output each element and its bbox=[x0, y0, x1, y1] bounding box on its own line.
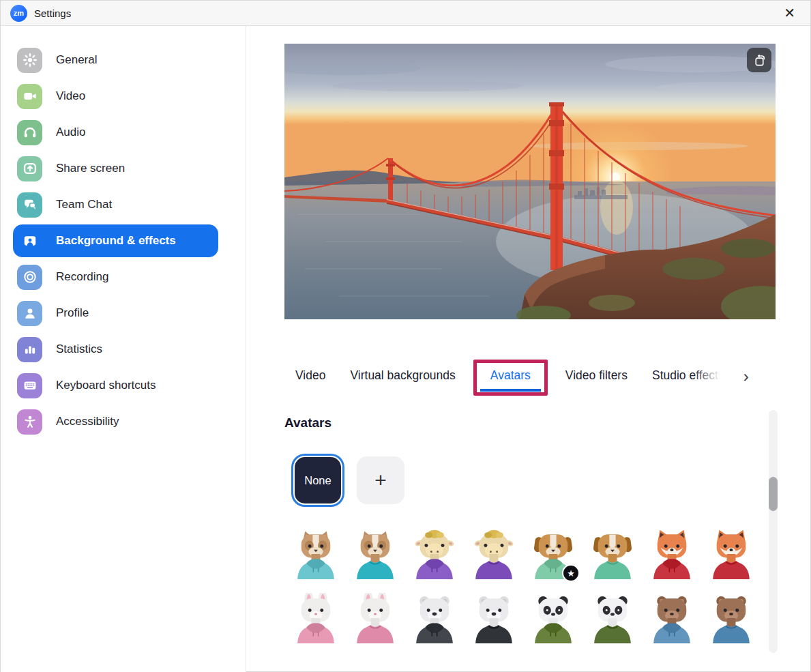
sidebar-item-label: General bbox=[56, 53, 97, 67]
avatar-rabbit-hoodie[interactable] bbox=[291, 593, 341, 647]
avatar-polarbear-hoodie[interactable] bbox=[409, 593, 460, 647]
scrollbar-thumb[interactable] bbox=[769, 477, 778, 511]
sidebar-item-background-effects[interactable]: Background & effects bbox=[13, 224, 218, 257]
sidebar-item-video[interactable]: Video bbox=[13, 80, 218, 113]
close-icon[interactable]: ✕ bbox=[778, 5, 801, 21]
preview-image bbox=[284, 44, 776, 319]
avatar-cow-hoodie[interactable] bbox=[409, 529, 460, 583]
titlebar: zm Settings ✕ bbox=[1, 1, 810, 26]
avatars-heading: Avatars bbox=[284, 415, 810, 430]
tabs-overflow-chevron-icon[interactable]: › bbox=[743, 368, 749, 392]
tab-avatars[interactable]: Avatars bbox=[480, 368, 541, 392]
tab-video[interactable]: Video bbox=[295, 368, 325, 392]
avatar-figure bbox=[350, 593, 400, 643]
avatar-beagle-tshirt[interactable] bbox=[587, 529, 638, 583]
accessibility-icon bbox=[17, 409, 42, 435]
sidebar-item-label: Share screen bbox=[56, 162, 125, 175]
avatar-panda-hoodie[interactable] bbox=[528, 593, 578, 647]
avatar-panda-tshirt[interactable] bbox=[587, 593, 638, 647]
scrollbar-track[interactable] bbox=[769, 410, 778, 653]
sidebar-item-team-chat[interactable]: Team Chat bbox=[13, 188, 218, 221]
chat-icon bbox=[17, 192, 42, 218]
avatar-rabbit-tshirt[interactable] bbox=[350, 593, 400, 647]
annotation-box bbox=[473, 360, 548, 396]
avatar-figure bbox=[587, 529, 638, 579]
sidebar-item-label: Recording bbox=[56, 270, 109, 284]
zoom-logo-text: zm bbox=[14, 9, 24, 17]
avatar-figure bbox=[291, 593, 341, 643]
avatar-corgi-hoodie[interactable] bbox=[291, 529, 341, 583]
sidebar-item-label: Background & effects bbox=[56, 234, 176, 248]
avatar-bear-tshirt[interactable] bbox=[706, 593, 756, 647]
avatar-cow-tshirt[interactable] bbox=[469, 529, 519, 583]
sidebar-item-recording[interactable]: Recording bbox=[13, 261, 218, 293]
avatar-figure bbox=[291, 529, 341, 579]
gear-icon bbox=[17, 48, 42, 73]
avatar-figure bbox=[647, 593, 697, 643]
settings-window: zm Settings ✕ GeneralVideoAudioShare scr… bbox=[0, 0, 811, 672]
avatar-none-button[interactable]: None bbox=[295, 457, 341, 503]
avatar-figure bbox=[409, 529, 460, 579]
avatar-figure bbox=[409, 593, 460, 643]
avatar-figure bbox=[469, 529, 519, 579]
avatar-figure bbox=[706, 529, 756, 579]
record-icon bbox=[17, 265, 42, 290]
tab-virtual-backgrounds[interactable]: Virtual backgrounds bbox=[350, 368, 455, 392]
avatar-choices: None + bbox=[291, 454, 810, 507]
add-avatar-button[interactable]: + bbox=[357, 456, 404, 504]
avatar-figure bbox=[469, 593, 519, 643]
sidebar-item-accessibility[interactable]: Accessibility bbox=[13, 405, 218, 438]
avatar-figure bbox=[528, 593, 578, 643]
sidebar-item-audio[interactable]: Audio bbox=[13, 116, 218, 149]
headphones-icon bbox=[17, 120, 42, 145]
sidebar-item-general[interactable]: General bbox=[13, 44, 218, 76]
avatar-fox-tshirt[interactable] bbox=[706, 529, 756, 583]
sidebar-item-label: Team Chat bbox=[56, 198, 112, 211]
avatar-bear-hoodie[interactable] bbox=[647, 593, 697, 647]
sidebar-item-label: Profile bbox=[56, 306, 89, 320]
sidebar-item-label: Statistics bbox=[56, 342, 102, 356]
sidebar-item-label: Audio bbox=[56, 126, 85, 139]
rotate-icon[interactable] bbox=[747, 48, 771, 72]
star-badge-icon: ★ bbox=[562, 564, 580, 582]
person-frame-icon bbox=[17, 229, 42, 254]
zoom-logo-icon: zm bbox=[10, 5, 27, 22]
keyboard-icon bbox=[17, 373, 42, 398]
background-preview bbox=[284, 44, 776, 319]
avatar-beagle-hoodie[interactable]: ★ bbox=[528, 529, 578, 583]
avatar-polarbear-tshirt[interactable] bbox=[469, 593, 519, 647]
bar-chart-icon bbox=[17, 337, 42, 362]
avatar-figure bbox=[587, 593, 638, 643]
avatar-figure bbox=[647, 529, 697, 579]
share-screen-icon bbox=[17, 156, 42, 181]
video-icon bbox=[17, 84, 42, 109]
main-panel: VideoVirtual backgroundsAvatarsVideo fil… bbox=[246, 26, 810, 672]
avatar-grid: ★ bbox=[291, 529, 810, 647]
sidebar-item-keyboard-shortcuts[interactable]: Keyboard shortcuts bbox=[13, 369, 218, 402]
effects-tab-bar: VideoVirtual backgroundsAvatarsVideo fil… bbox=[295, 368, 810, 392]
avatar-figure bbox=[706, 593, 756, 643]
sidebar-item-label: Accessibility bbox=[56, 415, 119, 428]
avatar-corgi-tshirt[interactable] bbox=[350, 529, 400, 583]
sidebar-item-label: Keyboard shortcuts bbox=[56, 379, 156, 392]
avatar-fox-hoodie[interactable] bbox=[647, 529, 697, 583]
tab-video-filters[interactable]: Video filters bbox=[565, 368, 628, 392]
sidebar-item-statistics[interactable]: Statistics bbox=[13, 333, 218, 366]
content-area: GeneralVideoAudioShare screenTeam ChatBa… bbox=[1, 26, 810, 672]
tab-studio-effects[interactable]: Studio effects bbox=[652, 368, 724, 392]
window-title: Settings bbox=[34, 8, 71, 19]
person-icon bbox=[17, 301, 42, 326]
sidebar-item-profile[interactable]: Profile bbox=[13, 297, 218, 330]
sidebar-item-label: Video bbox=[56, 89, 85, 103]
avatar-figure bbox=[350, 529, 400, 579]
sidebar: GeneralVideoAudioShare screenTeam ChatBa… bbox=[1, 26, 246, 672]
sidebar-item-share-screen[interactable]: Share screen bbox=[13, 152, 218, 185]
